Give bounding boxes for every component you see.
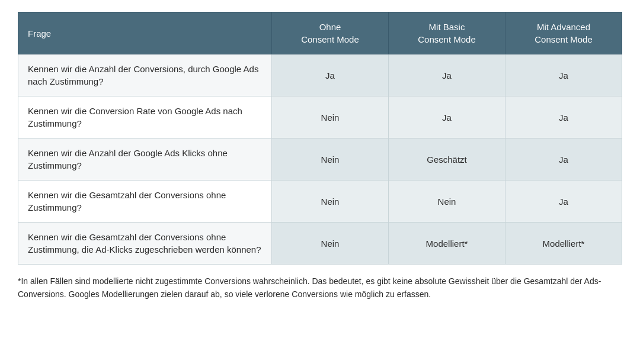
basic-cell: Modelliert*: [389, 223, 505, 265]
basic-cell: Geschätzt: [389, 138, 505, 181]
header-advanced: Mit Advanced Consent Mode: [505, 12, 622, 54]
advanced-cell: Modelliert*: [505, 223, 622, 265]
page-wrapper: Frage Ohne Consent Mode Mit Basic Consen…: [18, 12, 622, 301]
comparison-table: Frage Ohne Consent Mode Mit Basic Consen…: [18, 12, 622, 265]
table-row: Kennen wir die Gesamtzahl der Conversion…: [18, 181, 622, 223]
advanced-cell: Ja: [505, 54, 622, 96]
table-row: Kennen wir die Anzahl der Conversions, d…: [18, 54, 622, 96]
header-basic: Mit Basic Consent Mode: [389, 12, 505, 54]
header-ohne: Ohne Consent Mode: [272, 12, 389, 54]
advanced-cell: Ja: [505, 138, 622, 181]
ohne-cell: Nein: [272, 138, 389, 181]
header-frage: Frage: [18, 12, 272, 54]
advanced-cell: Ja: [505, 96, 622, 138]
ohne-cell: Nein: [272, 96, 389, 138]
ohne-cell: Nein: [272, 181, 389, 223]
basic-cell: Ja: [389, 54, 505, 96]
table-row: Kennen wir die Anzahl der Google Ads Kli…: [18, 138, 622, 181]
footnote-text: *In allen Fällen sind modellierte nicht …: [18, 275, 622, 301]
table-row: Kennen wir die Gesamtzahl der Conversion…: [18, 223, 622, 265]
basic-cell: Ja: [389, 96, 505, 138]
question-cell: Kennen wir die Gesamtzahl der Conversion…: [18, 223, 272, 265]
question-cell: Kennen wir die Anzahl der Google Ads Kli…: [18, 138, 272, 181]
ohne-cell: Ja: [272, 54, 389, 96]
question-cell: Kennen wir die Anzahl der Conversions, d…: [18, 54, 272, 96]
basic-cell: Nein: [389, 181, 505, 223]
question-cell: Kennen wir die Conversion Rate von Googl…: [18, 96, 272, 138]
table-row: Kennen wir die Conversion Rate von Googl…: [18, 96, 622, 138]
advanced-cell: Ja: [505, 181, 622, 223]
question-cell: Kennen wir die Gesamtzahl der Conversion…: [18, 181, 272, 223]
ohne-cell: Nein: [272, 223, 389, 265]
